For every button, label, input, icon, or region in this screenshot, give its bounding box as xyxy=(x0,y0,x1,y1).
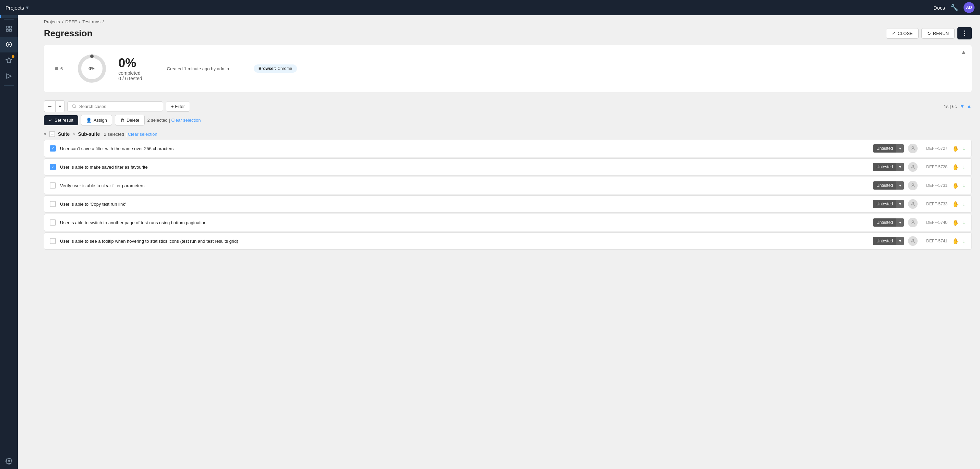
select-all-checkbox[interactable] xyxy=(44,100,56,112)
status-arrow-3[interactable]: ▾ xyxy=(896,181,904,189)
breadcrumb-sep-3: / xyxy=(102,19,104,24)
browser-value: Chrome xyxy=(277,66,292,71)
header-actions: ✓ CLOSE ↻ RERUN ⋮ xyxy=(886,27,972,40)
status-arrow-4[interactable]: ▾ xyxy=(896,200,904,208)
breadcrumb-deff[interactable]: DEFF xyxy=(65,19,77,24)
toolbar: + Filter 1s | 6c ▼ ▲ xyxy=(36,98,980,115)
table-row: User is able to see a tooltip when hover… xyxy=(44,232,972,250)
case-title-5: User is able to switch to another page o… xyxy=(60,220,869,225)
checkbox-dropdown-arrow[interactable] xyxy=(56,100,64,112)
svg-marker-5 xyxy=(8,43,10,46)
status-arrow-6[interactable]: ▾ xyxy=(896,237,904,245)
case-down-btn-5[interactable]: ↓ xyxy=(962,219,966,227)
assign-icon: 👤 xyxy=(86,118,92,123)
cases-list: User can't save a filter with the name o… xyxy=(36,140,980,259)
breadcrumb-projects[interactable]: Projects xyxy=(44,19,60,24)
selected-count: 2 selected | xyxy=(148,118,172,123)
status-arrow-2[interactable]: ▾ xyxy=(896,163,904,171)
case-hand-btn-4[interactable]: ✋ xyxy=(951,200,960,208)
status-arrow-5[interactable]: ▾ xyxy=(896,218,904,227)
user-avatar[interactable]: AD xyxy=(964,2,975,13)
status-label-1: Untested xyxy=(873,144,896,153)
checkbox-dropdown xyxy=(44,100,64,112)
case-checkbox-6[interactable] xyxy=(50,238,56,244)
set-result-button[interactable]: ✓ Set result xyxy=(44,115,78,125)
status-dropdown-6: Untested ▾ xyxy=(873,237,904,245)
status-label-4: Untested xyxy=(873,200,896,208)
case-id-1: DEFF-5727 xyxy=(922,146,947,151)
delete-button[interactable]: 🗑 Delete xyxy=(115,115,145,126)
case-actions-1: ✋ ↓ xyxy=(951,145,966,153)
svg-point-13 xyxy=(912,184,913,186)
progress-completed-label: completed xyxy=(118,70,142,76)
case-down-btn-2[interactable]: ↓ xyxy=(962,163,966,171)
collapse-all-button[interactable]: ▼ xyxy=(959,103,965,110)
wrench-icon[interactable]: 🔧 xyxy=(950,4,958,11)
breadcrumb-sep-1: / xyxy=(62,19,64,24)
rerun-button[interactable]: ↻ RERUN xyxy=(921,28,955,39)
sidebar-dashboard-icon[interactable] xyxy=(0,21,18,37)
sidebar-testruns-icon[interactable] xyxy=(0,37,18,52)
expand-all-button[interactable]: ▲ xyxy=(966,103,972,110)
breadcrumb-test-runs[interactable]: Test runs xyxy=(82,19,100,24)
search-box xyxy=(67,102,163,111)
more-options-button[interactable]: ⋮ xyxy=(958,27,972,40)
progress-dot: 6 xyxy=(55,66,63,71)
case-hand-btn-3[interactable]: ✋ xyxy=(951,182,960,189)
projects-nav[interactable]: Projects ▾ xyxy=(5,5,29,11)
case-checkbox-4[interactable] xyxy=(50,201,56,207)
case-checkbox-5[interactable] xyxy=(50,219,56,226)
case-down-btn-4[interactable]: ↓ xyxy=(962,200,966,208)
donut-percentage: 0% xyxy=(89,66,95,71)
close-button[interactable]: ✓ CLOSE xyxy=(886,28,919,39)
case-checkbox-1[interactable] xyxy=(50,145,56,151)
case-title-2: User is able to make saved filter as fav… xyxy=(60,165,869,170)
case-down-btn-1[interactable]: ↓ xyxy=(962,145,966,153)
svg-point-6 xyxy=(8,460,10,462)
clear-selection-link[interactable]: Clear selection xyxy=(171,118,200,123)
suite-collapse-button[interactable]: ▾ xyxy=(44,131,46,137)
sidebar-launch-icon[interactable] xyxy=(0,52,18,68)
sidebar-settings-icon[interactable] xyxy=(0,453,18,469)
svg-rect-0 xyxy=(6,26,9,29)
status-dropdown-1: Untested ▾ xyxy=(873,144,904,153)
case-title-3: Verify user is able to clear filter para… xyxy=(60,183,869,188)
progress-card: ▲ 6 0% 0% completed 0 / 6 tested Created… xyxy=(44,45,972,92)
suite-clear-link[interactable]: Clear selection xyxy=(128,132,158,137)
checkmark-icon: ✓ xyxy=(49,118,52,123)
case-title-6: User is able to see a tooltip when hover… xyxy=(60,238,869,244)
case-id-3: DEFF-5731 xyxy=(922,183,947,188)
status-arrow-1[interactable]: ▾ xyxy=(896,144,904,153)
main-content: Projects / DEFF / Test runs / Regression… xyxy=(36,15,980,469)
suite-checkbox[interactable] xyxy=(49,131,55,137)
table-row: User is able to 'Copy test run link' Unt… xyxy=(44,196,972,213)
case-title-4: User is able to 'Copy test run link' xyxy=(60,202,869,207)
case-avatar-5 xyxy=(908,218,918,227)
case-checkbox-2[interactable] xyxy=(50,164,56,170)
projects-label: Projects xyxy=(5,5,24,11)
case-down-btn-6[interactable]: ↓ xyxy=(962,237,966,245)
table-row: User can't save a filter with the name o… xyxy=(44,140,972,157)
case-checkbox-3[interactable] xyxy=(50,183,56,189)
case-hand-btn-5[interactable]: ✋ xyxy=(951,219,960,227)
case-hand-btn-2[interactable]: ✋ xyxy=(951,163,960,171)
suite-sub-name: Sub-suite xyxy=(78,131,100,137)
sidebar-flag-icon[interactable] xyxy=(0,68,18,84)
filter-button[interactable]: + Filter xyxy=(166,101,190,112)
progress-percentage: 0% xyxy=(118,56,142,70)
search-input[interactable] xyxy=(79,104,148,109)
case-avatar-4 xyxy=(908,199,918,209)
case-hand-btn-6[interactable]: ✋ xyxy=(951,237,960,245)
close-label: CLOSE xyxy=(898,31,913,36)
case-actions-3: ✋ ↓ xyxy=(951,182,966,189)
docs-link[interactable]: Docs xyxy=(933,5,945,11)
case-hand-btn-1[interactable]: ✋ xyxy=(951,145,960,153)
collapse-button[interactable]: ▲ xyxy=(961,49,966,55)
case-down-btn-3[interactable]: ↓ xyxy=(962,182,966,189)
breadcrumb: Projects / DEFF / Test runs / xyxy=(36,15,980,26)
case-actions-4: ✋ ↓ xyxy=(951,200,966,208)
svg-rect-3 xyxy=(10,30,12,32)
assign-button[interactable]: 👤 Assign xyxy=(81,115,112,126)
case-id-4: DEFF-5733 xyxy=(922,202,947,207)
svg-point-14 xyxy=(912,202,913,204)
